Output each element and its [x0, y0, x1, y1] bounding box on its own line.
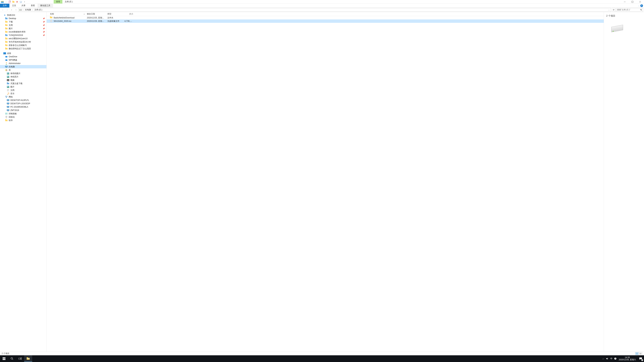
table-row[interactable]: Win10x64_2020.iso2020/12/26, 星期六 1...光盘映…: [46, 19, 604, 23]
file-list[interactable]: 名称▲ 修改日期 类型 大小 BaiduNetdiskDownload2020/…: [46, 12, 604, 352]
column-header-date[interactable]: 修改日期: [86, 12, 106, 15]
tree-item[interactable]: 下载📌: [0, 20, 46, 23]
tree-item[interactable]: 华为手机时间设置24小时: [0, 40, 46, 43]
column-header-type[interactable]: 类型: [106, 12, 124, 15]
nav-up-button[interactable]: ↑: [14, 8, 18, 12]
ribbon-context-tab-manage[interactable]: 管理: [54, 0, 62, 3]
taskbar-explorer-button[interactable]: [24, 355, 32, 362]
tree-label: 保存的图片: [10, 72, 20, 75]
svg-point-40: [6, 62, 7, 63]
tree-item[interactable]: YUNQISHI2019📌: [0, 33, 46, 37]
tree-item[interactable]: 此电脑: [0, 65, 46, 68]
tree-item[interactable]: Administrator: [0, 62, 46, 65]
ribbon-tab-file[interactable]: 文件: [0, 4, 10, 7]
tree-network[interactable]: 网络: [0, 95, 46, 98]
tree-item[interactable]: DESKTOP-HL0PLFL: [0, 98, 46, 102]
tree-item[interactable]: 微信密码忘记了怎么找回: [0, 47, 46, 50]
ribbon-tab-view[interactable]: 查看: [28, 4, 38, 7]
column-header-size[interactable]: 大小: [124, 12, 134, 15]
nav-recent-dropdown[interactable]: ▾: [10, 8, 14, 12]
column-header-name[interactable]: 名称▲: [49, 12, 86, 15]
tree-item[interactable]: 保存的图片: [0, 72, 46, 75]
ribbon-tab-drive-tools[interactable]: 驱动器工具: [38, 4, 53, 7]
tree-recycle-bin[interactable]: 回收站: [0, 115, 46, 119]
svg-rect-44: [6, 69, 6, 71]
svg-rect-20: [5, 31, 8, 33]
taskbar[interactable]: ︿ 中 14:35 2020/12/26, 星期六 3: [0, 355, 644, 362]
navigation-pane[interactable]: ★ 快速访问 Desktop📌下载📌文档📌图片📌excel表格制作求和📌YUNQ…: [0, 12, 46, 352]
ribbon-tab-share[interactable]: 共享: [19, 4, 28, 7]
tree-item[interactable]: DESKTOP-LSSOEDP: [0, 102, 46, 105]
address-dropdown-icon[interactable]: ⌄: [608, 9, 610, 11]
properties-icon[interactable]: [8, 0, 11, 3]
tree-item[interactable]: 图片📌: [0, 27, 46, 30]
svg-rect-12: [5, 18, 8, 19]
chevron-right-icon[interactable]: ›: [23, 9, 24, 11]
start-button[interactable]: [0, 355, 8, 362]
tree-item[interactable]: PC-20190530OBLA: [0, 105, 46, 109]
ime-indicator[interactable]: 中: [609, 355, 613, 362]
file-name: BaiduNetdiskDownload: [54, 16, 74, 19]
security-icon[interactable]: [613, 355, 617, 362]
maximize-button[interactable]: [628, 0, 636, 4]
action-center-button[interactable]: 3: [637, 355, 644, 362]
taskbar-search-button[interactable]: [8, 355, 16, 362]
breadcrumb[interactable]: › 此电脑 › 文档 (E:) ⌄: [18, 8, 611, 12]
volume-icon[interactable]: [605, 355, 609, 362]
tree-item[interactable]: excel表格制作求和📌: [0, 30, 46, 33]
svg-rect-16: [5, 24, 8, 26]
tree-software[interactable]: 软件: [0, 119, 46, 122]
tree-item[interactable]: 文档📌: [0, 23, 46, 27]
folder-icon: [5, 44, 8, 46]
tree-control-panel[interactable]: 控制面板: [0, 112, 46, 115]
nav-forward-button[interactable]: →: [5, 8, 9, 12]
breadcrumb-item[interactable]: 此电脑: [25, 8, 31, 11]
tree-quick-access[interactable]: ★ 快速访问: [0, 13, 46, 17]
tree-item[interactable]: 天翼云盘下载: [0, 82, 46, 85]
table-row[interactable]: BaiduNetdiskDownload2020/12/25, 星期五 1...…: [46, 16, 604, 19]
folder-icon: [5, 20, 8, 23]
svg-rect-65: [8, 101, 8, 101]
view-icons-button[interactable]: [639, 352, 642, 355]
svg-rect-77: [5, 119, 6, 120]
tree-item[interactable]: 音乐: [0, 92, 46, 95]
view-details-button[interactable]: [635, 352, 639, 355]
ribbon-tab-home[interactable]: 主页: [10, 4, 19, 7]
clock-date: 2020/12/26, 星期六: [619, 359, 636, 361]
search-input[interactable]: 搜索"文档 (E:)" 🔍︎: [616, 8, 643, 12]
nav-back-button[interactable]: ←: [1, 8, 5, 12]
taskbar-clock[interactable]: 14:35 2020/12/26, 星期六: [617, 357, 637, 361]
tree-item[interactable]: 视频: [0, 78, 46, 82]
svg-rect-78: [50, 17, 52, 18]
network-icon: [5, 95, 8, 98]
tree-item[interactable]: OneDrive: [0, 55, 46, 58]
tree-item[interactable]: 拼多多怎么注销账号: [0, 43, 46, 47]
tree-item[interactable]: ZMT2019: [0, 109, 46, 112]
tree-item[interactable]: WPS网盘: [0, 58, 46, 62]
tree-item[interactable]: 本机照片: [0, 75, 46, 78]
delete-icon[interactable]: ✕: [16, 0, 18, 3]
close-button[interactable]: [636, 0, 644, 4]
breadcrumb-item[interactable]: 文档 (E:): [34, 8, 42, 11]
new-folder-icon[interactable]: [12, 0, 15, 3]
undo-icon[interactable]: [20, 0, 22, 3]
ribbon-expand-icon[interactable]: ⌄: [638, 5, 640, 6]
task-view-button[interactable]: [16, 355, 24, 362]
tree-item[interactable]: Desktop📌: [0, 17, 46, 20]
svg-rect-32: [3, 52, 6, 54]
minimize-button[interactable]: [621, 0, 628, 4]
tree-item[interactable]: 文档: [0, 88, 46, 92]
picture-icon: [7, 85, 10, 88]
tree-item[interactable]: 图片: [0, 85, 46, 88]
tree-item[interactable]: win10重装64位win10: [0, 37, 46, 40]
search-icon[interactable]: 🔍︎: [640, 9, 642, 11]
tree-item[interactable]: 库: [0, 68, 46, 72]
help-icon[interactable]: ?: [640, 4, 643, 7]
qat-dropdown-icon[interactable]: ▾: [23, 0, 26, 3]
chevron-right-icon[interactable]: ›: [32, 9, 33, 11]
tree-desktop[interactable]: 桌面: [0, 52, 46, 55]
tree-label: 微信密码忘记了怎么找回: [9, 47, 31, 50]
refresh-button[interactable]: ⟳: [612, 8, 616, 12]
tray-overflow-icon[interactable]: ︿: [601, 355, 605, 362]
folder-icon: [50, 16, 53, 19]
